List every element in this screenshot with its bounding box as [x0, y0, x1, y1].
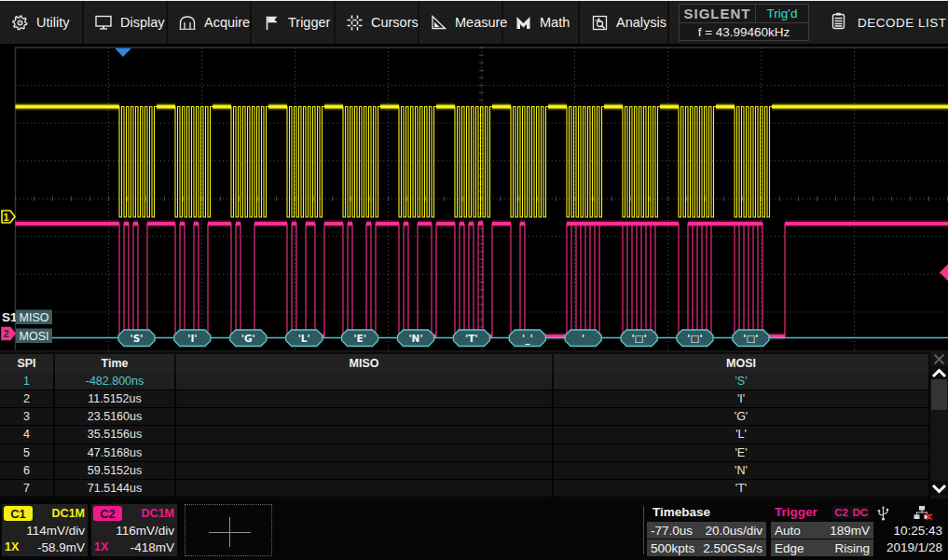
table-cell-time: 23.5160us	[55, 408, 176, 425]
decode-bubble-text: '□'	[631, 333, 646, 344]
table-row[interactable]: 771.5144us'T'	[0, 480, 930, 498]
channel2-vdiv: 116mV/div	[116, 524, 174, 538]
channel2-info-box[interactable]: C2 DC1M 116mV/div 1X -418mV	[91, 504, 177, 556]
trigger-mode: Auto	[775, 524, 801, 538]
trigger-type: Edge	[775, 541, 804, 555]
table-cell-mosi: 'L'	[554, 426, 930, 443]
channel1-badge: C1	[4, 506, 33, 521]
display-icon	[95, 14, 112, 31]
decode-list-table: SPITimeMISOMOSI1-482.800ns'S'211.5152us'…	[0, 352, 948, 499]
table-cell-miso	[176, 408, 554, 425]
table-cell-spi: 3	[0, 408, 55, 425]
table-row[interactable]: 1-482.800ns'S'	[0, 373, 930, 390]
statusbar-separator	[643, 506, 644, 554]
menu-label: Utility	[36, 15, 69, 30]
table-cell-mosi: 'E'	[554, 444, 930, 461]
channel2-offset: -418mV	[131, 540, 174, 554]
table-cell-spi: 2	[0, 390, 55, 407]
plus-icon-vertical	[229, 517, 230, 547]
gear-icon	[11, 14, 28, 31]
decode-bubble-text: 'G'	[241, 333, 255, 344]
decode-bubble-text: 'L'	[298, 333, 310, 344]
trigger-source-badge: C2	[832, 506, 850, 519]
trigger-position-marker[interactable]	[115, 48, 131, 57]
table-cell-time: 59.5152us	[55, 462, 176, 479]
table-cell-spi: 5	[0, 444, 55, 461]
scroll-up-button[interactable]	[930, 366, 948, 379]
flag-icon	[263, 14, 280, 31]
status-date: 2019/1/28	[886, 540, 942, 554]
menu-label: Display	[120, 15, 165, 30]
table-cell-miso	[176, 390, 554, 407]
table-cell-miso	[176, 444, 554, 461]
table-row[interactable]: 547.5168us'E'	[0, 444, 930, 462]
decode-list-button[interactable]: DECODE LIST	[820, 1, 948, 44]
c2-glitch-spikes	[571, 224, 758, 336]
menu-item-display[interactable]: Display	[84, 1, 168, 44]
decode-bubble-text: '	[582, 333, 584, 344]
decode-bus-label: S1	[2, 310, 18, 324]
menu-item-analysis[interactable]: Analysis	[580, 1, 669, 44]
add-channel-placeholder[interactable]	[185, 504, 272, 556]
channel1-coupling: DC1M	[52, 507, 85, 520]
menu-label: Analysis	[616, 15, 666, 30]
menu-item-acquire[interactable]: Acquire	[168, 1, 252, 44]
math-icon	[515, 14, 531, 31]
timebase-samplerate: 2.50GSa/s	[703, 541, 763, 555]
table-cell-mosi: 'G'	[554, 408, 930, 425]
measure-icon	[431, 14, 447, 31]
table-row[interactable]: 659.5152us'N'	[0, 462, 930, 480]
trigger-box[interactable]: Trigger C2 DC Auto 189mV Edge Rising	[771, 504, 873, 556]
timebase-delay: -77.0us	[651, 524, 693, 538]
channel2-coupling: DC1M	[142, 507, 174, 520]
timebase-box[interactable]: Timebase -77.0us 20.0us/div 500kpts 2.50…	[647, 504, 766, 556]
trigger-coupling-badge: DC	[850, 506, 870, 519]
channel1-probe: 1X	[5, 540, 19, 553]
menu-label: Measure	[455, 15, 507, 30]
menu-label: Cursors	[371, 15, 419, 30]
menu-item-utility[interactable]: Utility	[0, 1, 84, 44]
channel1-vdiv: 114mV/div	[26, 524, 85, 538]
menu-item-measure[interactable]: Measure	[419, 1, 503, 44]
frequency-readout: f = 43.99460kHz	[680, 23, 808, 41]
decode-bubble-text: 'I'	[187, 333, 197, 344]
timebase-points: 500kpts	[651, 541, 694, 555]
decode-row-label-mosi: MOSI	[20, 330, 49, 343]
column-header-miso: MISO	[176, 354, 554, 373]
table-row[interactable]: 323.5160us'G'	[0, 408, 930, 426]
table-row[interactable]: 211.5152us'I'	[0, 390, 930, 408]
trigger-level-marker[interactable]	[940, 265, 948, 281]
decode-bubble-text: '□'	[687, 333, 702, 344]
menu-item-cursors[interactable]: Cursors	[336, 1, 419, 44]
menu-item-math[interactable]: Math	[503, 1, 580, 44]
cursors-icon	[347, 14, 363, 31]
analysis-icon	[591, 14, 608, 31]
trigger-title: Trigger	[775, 505, 817, 519]
scroll-down-button[interactable]	[930, 481, 948, 496]
table-cell-miso	[176, 426, 554, 443]
channel1-marker-label: 1	[3, 212, 8, 223]
channel1-info-box[interactable]: C1 DC1M 114mV/div 1X -58.9mV	[2, 504, 88, 556]
table-cell-mosi: 'I'	[554, 390, 930, 407]
table-cell-miso	[176, 480, 554, 497]
column-header-spi: SPI	[0, 354, 55, 373]
scrollbar-thumb[interactable]	[931, 379, 947, 410]
decode-bubble-text: 'T'	[465, 333, 478, 344]
decode-row-label-miso: MISO	[20, 311, 49, 324]
close-icon[interactable]	[930, 352, 948, 366]
table-cell-time: 11.5152us	[55, 390, 176, 407]
table-cell-spi: 6	[0, 462, 55, 479]
network-icon-disconnected	[913, 505, 933, 525]
logo-block: SIGLENT Trig'd f = 43.99460kHz	[679, 4, 809, 41]
decode-table-scrollbar	[930, 352, 948, 499]
decode-table-header: SPITimeMISOMOSI	[0, 354, 930, 373]
decode-bubble-text: '□'	[743, 333, 758, 344]
table-row[interactable]: 435.5156us'L'	[0, 426, 930, 444]
decode-table-rows: 1-482.800ns'S'211.5152us'I'323.5160us'G'…	[0, 373, 930, 498]
siglent-logo: SIGLENT	[680, 5, 756, 22]
table-cell-time: 71.5144us	[55, 480, 176, 497]
trigger-status: Trig'd	[756, 5, 808, 22]
table-cell-miso	[176, 462, 554, 479]
waveform-display[interactable]: 12S1MISOMOSI'S''I''G''L''E''N''T''_'''□'…	[0, 44, 948, 352]
menu-item-trigger[interactable]: Trigger	[252, 1, 336, 44]
